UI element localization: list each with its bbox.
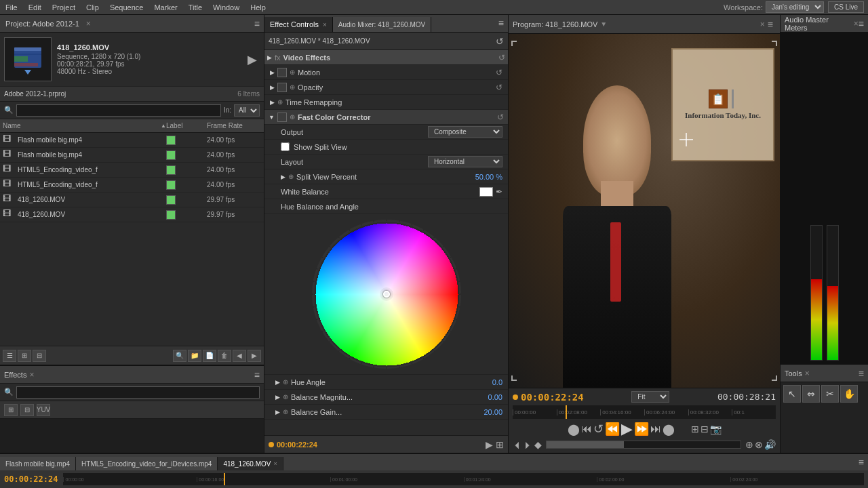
- program-close[interactable]: ×: [760, 20, 765, 29]
- new-bin-btn[interactable]: 📁: [188, 350, 201, 362]
- motion-checkbox-icon[interactable]: [277, 68, 287, 77]
- ec-menu-icon[interactable]: ≡: [494, 15, 508, 32]
- in-dropdown[interactable]: All: [234, 104, 260, 117]
- hue-angle-value[interactable]: 0.0: [492, 378, 502, 386]
- list-item[interactable]: 🎞 418_1260.MOV 29.97 fps: [0, 192, 264, 207]
- opacity-row[interactable]: ▶ ⊕ Opacity ↺: [264, 80, 508, 95]
- thumbnail-play-button[interactable]: ▶: [248, 52, 257, 67]
- balance-mag-value[interactable]: 0.00: [488, 393, 502, 401]
- audio-master-close[interactable]: ×: [854, 19, 859, 28]
- col-name-header[interactable]: Name: [3, 122, 161, 129]
- opacity-checkbox[interactable]: [277, 83, 287, 92]
- new-item-btn[interactable]: 📄: [203, 350, 216, 362]
- fcc-checkbox[interactable]: [277, 113, 287, 122]
- timeline-tab-418[interactable]: 418_1260.MOV ×: [218, 457, 283, 470]
- timeline-ruler-strip[interactable]: 00:00:00 00:00:16:00 00:01:00:00 00:01:2…: [63, 473, 864, 485]
- menu-help[interactable]: Help: [245, 3, 271, 12]
- effects-search-input[interactable]: [16, 386, 260, 399]
- effects-btn-1[interactable]: ⊞: [4, 404, 18, 416]
- menu-project[interactable]: Project: [47, 3, 81, 12]
- motion-reset[interactable]: ↺: [496, 68, 502, 77]
- add-marker-btn[interactable]: ◆: [534, 439, 542, 450]
- wb-color-swatch[interactable]: [479, 187, 493, 197]
- menu-title[interactable]: Title: [183, 3, 208, 12]
- step-back-btn[interactable]: ⏮: [581, 423, 592, 435]
- ve-reset[interactable]: ↺: [498, 53, 505, 62]
- autom-btn[interactable]: 🔍: [173, 350, 186, 362]
- timeline-tab-418-close[interactable]: ×: [273, 460, 277, 467]
- balance-gain-value[interactable]: 20.00: [484, 408, 502, 416]
- rewind-btn[interactable]: ⏪: [605, 422, 620, 436]
- icon-view-btn[interactable]: ⊞: [18, 350, 31, 362]
- project-panel-menu-icon[interactable]: ≡: [250, 18, 264, 29]
- ec-play-btn[interactable]: ▶: [486, 439, 493, 450]
- list-view-btn[interactable]: ☰: [3, 350, 16, 362]
- list-item[interactable]: 🎞 Flash mobile big.mp4 24.00 fps: [0, 148, 264, 163]
- fit-dropdown[interactable]: Fit 25% 50% 75% 100%: [631, 391, 669, 403]
- ec-tab-effect-controls[interactable]: Effect Controls ×: [264, 17, 333, 32]
- show-split-view-checkbox[interactable]: [281, 142, 290, 151]
- ec-tab-audio-mixer[interactable]: Audio Mixer: 418_1260.MOV: [333, 17, 431, 32]
- play-preview-btn[interactable]: ▶: [248, 350, 261, 362]
- timeline-menu-icon[interactable]: ≡: [854, 454, 868, 470]
- ec-reset-icon[interactable]: ↺: [496, 36, 504, 47]
- bg-toggle[interactable]: ▶: [275, 409, 280, 415]
- ec-tab-close[interactable]: ×: [323, 21, 327, 28]
- menu-clip[interactable]: Clip: [81, 3, 104, 12]
- split-view-toggle[interactable]: ▶: [281, 174, 285, 180]
- list-item[interactable]: 🎞 HTML5_Encoding_video_f 24.00 fps: [0, 163, 264, 178]
- loop-btn[interactable]: ↺: [593, 422, 604, 436]
- menu-edit[interactable]: Edit: [23, 3, 47, 12]
- output-btn[interactable]: ⊟: [701, 424, 709, 434]
- overwrite-btn[interactable]: ⊗: [755, 439, 763, 450]
- lift-btn[interactable]: 🔊: [764, 439, 776, 450]
- insert-btn[interactable]: ⊕: [745, 439, 753, 450]
- tool-select[interactable]: ↖: [783, 385, 801, 403]
- play-button[interactable]: ▶: [621, 420, 633, 438]
- output-dropdown[interactable]: Composite: [428, 126, 502, 138]
- menu-window[interactable]: Window: [208, 3, 245, 12]
- timeline-ruler[interactable]: 00:00:00 00:02:08:00 00:04:16:00 00:06:2…: [513, 405, 776, 419]
- tool-ripple[interactable]: ⇔: [802, 385, 820, 403]
- goto-out-btn[interactable]: ⬤: [663, 423, 675, 436]
- time-remapping-row[interactable]: ▶ ⊕ Time Remapping: [264, 95, 508, 110]
- timeline-tab-html5[interactable]: HTML5_Encoding_video_for_iDevices.mp4: [76, 457, 218, 470]
- prev-btn[interactable]: ◀: [233, 350, 246, 362]
- cs-live-button[interactable]: CS Live: [828, 1, 864, 13]
- search-input[interactable]: [16, 104, 221, 117]
- tool-hand[interactable]: ✋: [840, 385, 858, 403]
- color-wheel-wrap[interactable]: [312, 220, 461, 369]
- col-fps-header[interactable]: Frame Rate: [207, 122, 261, 129]
- opacity-reset[interactable]: ↺: [496, 83, 502, 92]
- program-dropdown[interactable]: ▼: [600, 20, 607, 28]
- audio-master-menu[interactable]: ≡: [859, 18, 864, 29]
- fcc-reset[interactable]: ↺: [497, 113, 504, 122]
- menu-file[interactable]: File: [0, 3, 23, 12]
- effects-menu-icon[interactable]: ≡: [254, 369, 260, 380]
- shuttle-bar[interactable]: [546, 441, 741, 449]
- step-fwd-btn[interactable]: ⏭: [650, 423, 661, 435]
- fcc-header[interactable]: ▼ ⊕ Fast Color Corrector ↺: [264, 110, 508, 125]
- export-frame-btn[interactable]: 📷: [710, 424, 722, 434]
- col-label-header[interactable]: Label: [166, 122, 207, 129]
- freeform-view-btn[interactable]: ⊟: [33, 350, 46, 362]
- list-item[interactable]: 🎞 HTML5_Encoding_video_f 24.00 fps: [0, 178, 264, 192]
- fast-fwd-btn[interactable]: ⏩: [634, 422, 649, 436]
- motion-row[interactable]: ▶ ⊕ Motion ↺: [264, 65, 508, 80]
- bm-toggle[interactable]: ▶: [275, 394, 280, 401]
- menu-marker[interactable]: Marker: [149, 3, 182, 12]
- safe-margin-btn[interactable]: ⊞: [691, 424, 699, 434]
- timeline-tab-flash[interactable]: Flash mobile big.mp4: [0, 457, 76, 470]
- ha-toggle[interactable]: ▶: [275, 379, 280, 386]
- effects-btn-2[interactable]: ⊟: [20, 404, 34, 416]
- split-view-percent-value[interactable]: 50.00 %: [475, 173, 502, 181]
- menu-sequence[interactable]: Sequence: [104, 3, 149, 12]
- workspace-dropdown[interactable]: Jan's editing: [766, 1, 824, 13]
- video-effects-header[interactable]: ▶ fx Video Effects ↺: [264, 50, 508, 65]
- current-timecode[interactable]: 00:00:22:24: [521, 392, 584, 403]
- delete-btn[interactable]: 🗑: [218, 350, 231, 362]
- list-item[interactable]: 🎞 Flash mobile big.mp4 24.00 fps: [0, 133, 264, 148]
- list-item[interactable]: 🎞 418_1260.MOV 29.97 fps: [0, 207, 264, 222]
- effects-close[interactable]: ×: [29, 370, 34, 380]
- tools-menu[interactable]: ≡: [859, 368, 864, 379]
